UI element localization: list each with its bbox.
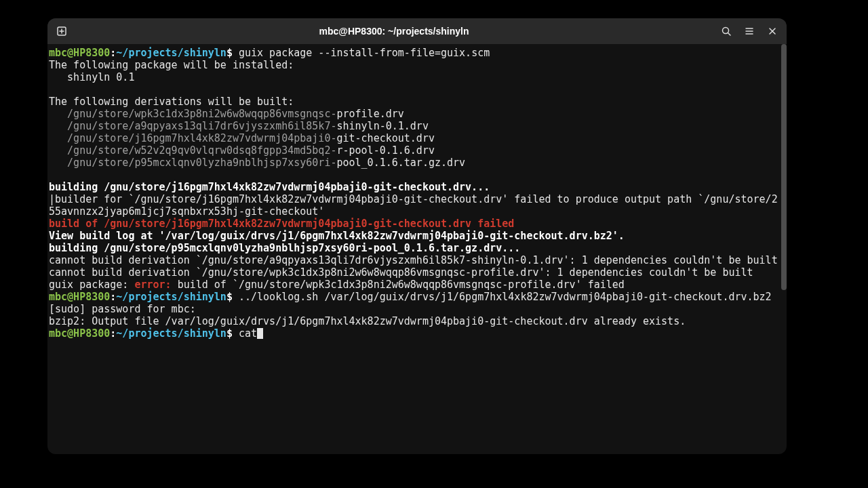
output-line: cannot build derivation `/gnu/store/wpk3… [49,266,753,279]
deriv-name: pool_0.1.6.tar.gz.drv [336,157,465,169]
prompt-userhost: mbc@HP8300 [49,291,110,303]
command-2: ../looklog.sh /var/log/guix/drvs/j1/6pgm… [239,291,772,303]
prompt-path: ~/projects/shinyln [116,47,226,59]
output-line: View build log at '/var/log/guix/drvs/j1… [49,230,625,242]
error-tag: error: [134,279,171,291]
terminal-window: mbc@HP8300: ~/projects/shinyln mbc@HP83 [47,18,787,454]
deriv-hash: /gnu/store/wpk3c1dx3p8ni2w6w8wqqp86vmsgn… [49,108,336,120]
output-line: [sudo] password for mbc: [49,303,196,315]
output-line: guix package: [49,279,134,291]
deriv-name: r-pool-0.1.6.drv [336,144,435,157]
output-line: The following derivations will be built: [49,96,294,108]
deriv-name: shinyln-0.1.drv [336,120,428,132]
prompt-userhost: mbc@HP8300 [49,47,110,59]
search-button[interactable] [715,21,738,41]
deriv-name: git-checkout.drv [336,132,435,144]
output-line: cannot build derivation `/gnu/store/a9qp… [49,254,778,266]
window-title: mbc@HP8300: ~/projects/shinyln [73,26,715,37]
deriv-name: profile.drv [336,108,403,120]
deriv-hash: /gnu/store/j16pgm7hxl4xk82zw7vdwrmj04pba… [49,132,336,144]
new-tab-button[interactable] [50,21,73,41]
close-icon [768,26,777,36]
deriv-hash: /gnu/store/p95mcxlqnv0lyzha9nblhjsp7xsy6… [49,157,336,169]
deriv-hash: /gnu/store/a9qpyaxs13qli7dr6vjyszxmh6il8… [49,120,336,132]
menu-button[interactable] [738,21,761,41]
search-icon [721,26,732,37]
output-line: building /gnu/store/j16pgm7hxl4xk82zw7vd… [49,181,490,193]
terminal-viewport[interactable]: mbc@HP8300:~/projects/shinyln$ guix pack… [47,44,787,454]
scrollbar[interactable] [781,44,787,290]
deriv-hash: /gnu/store/w52v2q9qv0vlqrw0dsq8fgpp34md5… [49,144,336,157]
output-line: bzip2: Output file /var/log/guix/drvs/j1… [49,315,686,327]
output-line: building /gnu/store/p95mcxlqnv0lyzha9nbl… [49,242,520,254]
prompt-path: ~/projects/shinyln [116,327,226,340]
close-button[interactable] [761,21,784,41]
output-line: |builder for `/gnu/store/j16pgm7hxl4xk82… [49,193,778,205]
command-3: cat [239,327,257,340]
terminal-content: mbc@HP8300:~/projects/shinyln$ guix pack… [49,47,785,340]
prompt-userhost: mbc@HP8300 [49,327,110,340]
new-tab-icon [56,26,67,37]
output-line: The following package will be installed: [49,59,294,71]
command-1: guix package --install-from-file=guix.sc… [239,47,490,59]
output-line: 55avnnzx2jyap6m1jcj7sqnbxrx53hj-git-chec… [49,205,324,218]
prompt-path: ~/projects/shinyln [116,291,226,303]
titlebar: mbc@HP8300: ~/projects/shinyln [47,18,787,44]
hamburger-icon [744,26,755,37]
output-line-error: build of /gnu/store/j16pgm7hxl4xk82zw7vd… [49,218,514,230]
cursor [257,328,263,339]
output-line: shinyln 0.1 [49,71,134,83]
